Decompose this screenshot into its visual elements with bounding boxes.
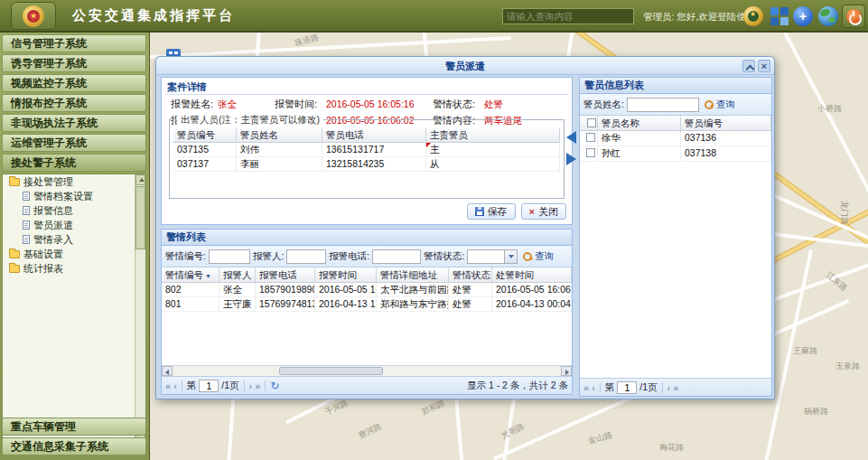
next-page-icon[interactable]: ›	[667, 381, 671, 394]
sidebar-menu: 信号管理子系统 诱导管理子系统 视频监控子系统 情报布控子系统 非现场执法子系统…	[0, 34, 149, 174]
globe-icon[interactable]	[818, 6, 838, 26]
column-header[interactable]: 警员姓名	[237, 127, 322, 143]
table-row[interactable]: 037137 李丽 13215814235 从	[173, 157, 560, 172]
horizontal-scrollbar[interactable]	[162, 365, 572, 376]
alert-status-select[interactable]	[467, 249, 518, 264]
officer-search-button[interactable]: 查询	[702, 98, 738, 112]
table-row[interactable]: 801 王守廉 15769974813 2016-04-13 12:... 郑和…	[162, 297, 572, 312]
move-right-arrow-button[interactable]	[566, 153, 576, 165]
compass-icon[interactable]	[743, 6, 763, 26]
map-road-label: 小桥路	[817, 103, 842, 115]
sidebar-item-offsite[interactable]: 非现场执法子系统	[2, 114, 146, 132]
fieldset-legend: 出警人员(注：主责警员可以修改)	[177, 114, 323, 127]
folder-icon	[9, 265, 20, 273]
table-row[interactable]: 037135 刘伟 13615131717 主	[173, 143, 560, 157]
last-page-icon[interactable]: »	[673, 381, 678, 394]
magnifier-icon	[523, 252, 532, 261]
last-page-icon[interactable]: »	[255, 380, 260, 392]
page-number-input[interactable]	[617, 381, 637, 394]
tree-node-basic-settings[interactable]: 基础设置	[3, 247, 145, 261]
column-header[interactable]: 警员电话	[322, 127, 426, 143]
collapse-icon[interactable]	[742, 60, 755, 72]
column-header[interactable]: 报警时间	[315, 268, 377, 283]
map-road-label: 梅花路	[659, 442, 684, 454]
grid-squares-icon[interactable]	[770, 7, 789, 25]
tree-leaf-alert-entry[interactable]: 警情录入	[3, 232, 145, 247]
scrollbar-thumb[interactable]	[135, 186, 145, 249]
close-icon[interactable]: ×	[758, 60, 770, 72]
sidebar-item-signal[interactable]: 信号管理子系统	[2, 34, 146, 52]
sidebar-item-key-vehicles[interactable]: 重点车辆管理	[2, 418, 146, 436]
file-icon	[23, 206, 30, 215]
filter-label: 报警人:	[253, 250, 284, 263]
field-label: 报警姓名:	[171, 98, 213, 111]
first-page-icon[interactable]: «	[583, 381, 589, 394]
map-road-label: 郑和路	[420, 398, 447, 418]
police-badge-tile: ★	[11, 2, 56, 30]
first-page-icon[interactable]: «	[165, 380, 171, 392]
column-header[interactable]: 警员编号	[681, 116, 771, 131]
scroll-right-icon[interactable]	[561, 366, 572, 376]
sidebar-item-guidance[interactable]: 诱导管理子系统	[2, 54, 146, 72]
primary-officer-cell[interactable]: 主	[426, 143, 560, 156]
table-row[interactable]: 徐华 037136	[580, 131, 771, 146]
close-button[interactable]: × 关闭	[521, 203, 566, 220]
sidebar-item-intel[interactable]: 情报布控子系统	[2, 94, 146, 112]
save-button[interactable]: 保存	[467, 203, 516, 220]
chevron-down-icon[interactable]	[504, 250, 517, 263]
sidebar-item-dispatch[interactable]: 接处警子系统	[2, 154, 146, 172]
table-row[interactable]: 802 张全 18579019890 2016-05-05 16:... 太平北…	[162, 283, 572, 297]
reporter-input[interactable]	[286, 249, 326, 264]
column-header[interactable]: 主责警员	[426, 127, 560, 143]
logout-tile[interactable]	[842, 5, 865, 28]
scrollbar-thumb[interactable]	[279, 367, 383, 375]
dialog-titlebar[interactable]: 警员派遣 ×	[156, 57, 774, 75]
tree-node-dispatch-mgmt[interactable]: 接处警管理	[3, 174, 145, 189]
move-left-arrow-button[interactable]	[566, 131, 576, 144]
alert-id-input[interactable]	[209, 249, 250, 264]
select-all-header[interactable]	[580, 116, 598, 131]
prev-page-icon[interactable]: ‹	[173, 380, 177, 392]
tree-leaf-archive-setting[interactable]: 警情档案设置	[3, 189, 145, 203]
scroll-left-icon[interactable]	[162, 366, 173, 376]
primary-officer-cell[interactable]: 从	[426, 157, 560, 171]
tree-scrollbar[interactable]	[135, 174, 145, 444]
officer-filter-toolbar: 警员姓名: 查询	[580, 94, 771, 116]
sidebar-item-traffic-collection[interactable]: 交通信息采集子系统	[2, 437, 146, 455]
column-header[interactable]: 警员编号	[173, 127, 237, 143]
dialog-title: 警员派遣	[445, 61, 485, 71]
column-header[interactable]: 警情详细地址	[377, 268, 449, 283]
sidebar-item-ops[interactable]: 运维管理子系统	[2, 134, 146, 152]
officer-name-input[interactable]	[627, 98, 699, 112]
column-header[interactable]: 处警时间	[492, 268, 572, 283]
app-title: 公安交通集成指挥平台	[72, 7, 235, 24]
column-header-sorted[interactable]: 警情编号▼	[162, 268, 219, 283]
scroll-up-icon[interactable]	[135, 174, 145, 185]
prev-page-icon[interactable]: ‹	[592, 381, 595, 394]
column-header[interactable]: 报警人	[219, 268, 256, 283]
field-value: 张全	[218, 99, 237, 111]
column-header[interactable]: 警员名称	[598, 116, 681, 131]
table-row[interactable]: 孙红 037138	[580, 146, 771, 162]
refresh-icon[interactable]: ↻	[270, 380, 279, 392]
tree-leaf-alarm-info[interactable]: 报警信息	[3, 203, 145, 218]
phone-input[interactable]	[372, 249, 421, 264]
tree-leaf-officer-dispatch[interactable]: 警员派遣	[3, 218, 145, 232]
column-header[interactable]: 警情状态	[449, 268, 492, 283]
power-icon[interactable]	[846, 9, 862, 24]
dispatch-dialog: 警员派遣 × 案件详情 报警姓名: 张全 报警时间: 2016-05-05 16…	[155, 56, 775, 399]
alert-search-button[interactable]: 查询	[520, 249, 556, 264]
alert-grid: 警情编号▼ 报警人 报警电话 报警时间 警情详细地址 警情状态 处警时间 802…	[162, 268, 572, 365]
page-label: 第	[187, 380, 197, 392]
next-page-icon[interactable]: ›	[249, 380, 253, 392]
header-search-input[interactable]	[502, 8, 634, 24]
checkbox-icon[interactable]	[586, 148, 595, 157]
application-window: ★ 公安交通集成指挥平台 管理员: 您好,欢迎登陆使用 + 信号管理子系统 诱导…	[0, 0, 868, 460]
plus-icon[interactable]: +	[793, 6, 813, 26]
sidebar-item-video[interactable]: 视频监控子系统	[2, 74, 146, 92]
tree-node-statistics[interactable]: 统计报表	[3, 261, 145, 276]
checkbox-icon[interactable]	[587, 118, 596, 127]
checkbox-icon[interactable]	[586, 133, 595, 142]
column-header[interactable]: 报警电话	[256, 268, 315, 283]
page-number-input[interactable]	[199, 380, 219, 392]
